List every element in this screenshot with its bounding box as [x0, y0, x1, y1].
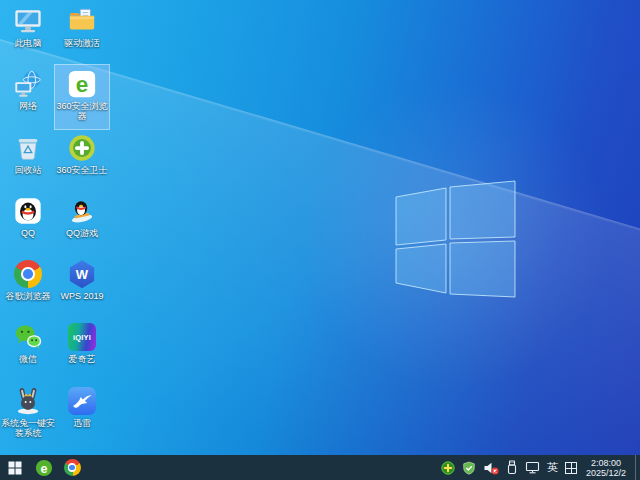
desktop-icon-label: 驱动激活: [54, 38, 110, 48]
iqiyi-logo-icon: iQIYI: [67, 322, 97, 352]
safety-cross-icon: [67, 133, 97, 163]
desktop-icon-360-safeguard[interactable]: 360安全卫士: [55, 129, 109, 192]
taskbar-clock[interactable]: 2:08:00 2025/12/2: [584, 458, 628, 478]
svg-text:e: e: [40, 461, 47, 475]
screen: 此电脑 驱动激: [0, 0, 640, 480]
folder-icon: [67, 6, 97, 36]
desktop-icon-qq-games[interactable]: QQ游戏: [55, 192, 109, 255]
taskbar-app-360-browser[interactable]: e: [30, 455, 58, 480]
desktop-icon-label: QQ游戏: [54, 228, 110, 238]
desktop-icon-grid: 此电脑 驱动激: [1, 2, 109, 445]
desktop-icon-wechat[interactable]: 微信: [1, 318, 55, 381]
wps-hexagon-icon: W: [67, 259, 97, 289]
browser-e-icon: e: [67, 69, 97, 99]
desktop-icon-system-rabbit[interactable]: 系统兔一键安装系统: [1, 382, 55, 445]
desktop-icon-recycle-bin[interactable]: 回收站: [1, 129, 55, 192]
computer-icon: [13, 6, 43, 36]
browser-e-icon: e: [35, 459, 53, 477]
desktop-icon-label: 系统兔一键安装系统: [0, 418, 56, 438]
desktop-icon-chrome[interactable]: 谷歌浏览器: [1, 255, 55, 318]
wps-letter: W: [76, 267, 88, 282]
chrome-icon: [64, 459, 81, 476]
time-text: 2:08:00: [586, 458, 626, 468]
xunlei-bird-icon: [67, 386, 97, 416]
start-button[interactable]: [0, 455, 30, 480]
desktop-icon-label: QQ: [0, 228, 56, 238]
desktop-icon-label: WPS 2019: [54, 291, 110, 301]
desktop-icon-label: 网络: [0, 101, 56, 111]
iqiyi-wordmark: iQIYI: [73, 333, 91, 342]
network-globe-icon: [13, 69, 43, 99]
show-desktop-button[interactable]: [635, 455, 640, 480]
desktop-icon-label: 微信: [0, 354, 56, 364]
tray-volume-muted-icon[interactable]: [483, 461, 499, 475]
tray-360-icon[interactable]: [441, 461, 455, 475]
desktop-icon-label: 360安全卫士: [54, 165, 110, 175]
taskbar: e: [0, 455, 640, 480]
ime-icon[interactable]: [565, 462, 577, 474]
system-tray: 英 2:08:00 2025/12/2: [441, 455, 640, 480]
desktop: 此电脑 驱动激: [0, 0, 640, 455]
tray-security-shield-icon[interactable]: [462, 461, 476, 475]
qq-game-penguin-icon: [67, 196, 97, 226]
desktop-icon-label: 360安全浏览器: [54, 101, 110, 121]
tray-network-icon[interactable]: [525, 461, 540, 474]
desktop-icon-xunlei[interactable]: 迅雷: [55, 382, 109, 445]
rabbit-mascot-icon: [13, 386, 43, 416]
language-indicator[interactable]: 英: [547, 455, 558, 480]
desktop-icon-360-browser[interactable]: e 360安全浏览器: [55, 65, 109, 128]
windows-logo-icon: [8, 461, 22, 475]
desktop-icon-label: 爱奇艺: [54, 354, 110, 364]
chrome-icon: [13, 259, 43, 289]
taskbar-app-chrome[interactable]: [58, 455, 86, 480]
desktop-icon-driver-activation[interactable]: 驱动激活: [55, 2, 109, 65]
qq-penguin-icon: [13, 196, 43, 226]
desktop-icon-label: 回收站: [0, 165, 56, 175]
wechat-bubbles-icon: [13, 322, 43, 352]
date-text: 2025/12/2: [586, 468, 626, 478]
desktop-icon-this-pc[interactable]: 此电脑: [1, 2, 55, 65]
desktop-icon-network[interactable]: 网络: [1, 65, 55, 128]
recycle-bin-icon: [13, 133, 43, 163]
desktop-icon-wps[interactable]: W WPS 2019: [55, 255, 109, 318]
desktop-icon-label: 迅雷: [54, 418, 110, 428]
svg-text:e: e: [76, 72, 89, 97]
desktop-icon-label: 谷歌浏览器: [0, 291, 56, 301]
tray-usb-icon[interactable]: [506, 460, 518, 475]
desktop-icon-label: 此电脑: [0, 38, 56, 48]
desktop-icon-qq[interactable]: QQ: [1, 192, 55, 255]
desktop-icon-iqiyi[interactable]: iQIYI 爱奇艺: [55, 318, 109, 381]
